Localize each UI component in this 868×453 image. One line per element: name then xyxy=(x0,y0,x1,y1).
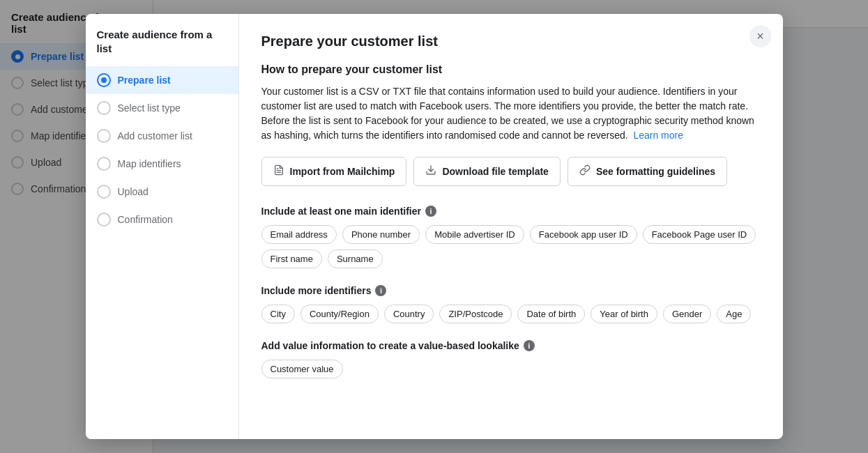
modal-step-label-add: Add customer list xyxy=(118,130,192,141)
modal-step-prepare[interactable]: Prepare list xyxy=(86,66,238,94)
tag-age: Age xyxy=(717,305,751,323)
modal-subtitle: How to prepare your customer list xyxy=(261,63,761,76)
learn-more-link[interactable]: Learn more xyxy=(633,130,683,141)
value-tags: Customer value xyxy=(261,360,761,378)
main-identifiers-info-icon[interactable]: i xyxy=(425,206,436,217)
import-mailchimp-icon xyxy=(273,164,284,178)
step-radio-map xyxy=(97,157,111,171)
modal-sidebar-title: Create audience from a list xyxy=(86,28,238,66)
tag-phone-number: Phone number xyxy=(342,225,420,244)
modal-step-label-upload: Upload xyxy=(118,186,149,197)
modal-step-label-map: Map identifiers xyxy=(118,158,181,169)
modal-step-label-confirmation: Confirmation xyxy=(118,214,173,225)
modal-description: Your customer list is a CSV or TXT file … xyxy=(261,84,761,143)
value-section-header: Add value information to create a value-… xyxy=(261,340,761,351)
tag-county-region: County/Region xyxy=(300,305,379,323)
modal-container: Create audience from a list Prepare list… xyxy=(86,14,783,439)
formatting-guidelines-label: See formatting guidelines xyxy=(596,166,715,177)
modal-step-label-select: Select list type xyxy=(118,102,181,114)
tag-surname: Surname xyxy=(328,249,383,268)
step-radio-prepare xyxy=(97,73,111,87)
main-identifiers-header: Include at least one main identifier i xyxy=(261,206,761,217)
main-identifier-tags: Email address Phone number Mobile advert… xyxy=(261,225,761,268)
tag-gender: Gender xyxy=(663,305,711,323)
modal-overlay: Create audience from a list Prepare list… xyxy=(0,0,868,453)
tag-mobile-advertiser-id: Mobile advertiser ID xyxy=(425,225,524,244)
modal-step-map[interactable]: Map identifiers xyxy=(86,150,238,178)
main-identifiers-label: Include at least one main identifier xyxy=(261,206,422,217)
more-identifiers-info-icon[interactable]: i xyxy=(375,285,386,296)
tag-customer-value: Customer value xyxy=(261,360,343,378)
tag-zip-postcode: ZIP/Postcode xyxy=(439,305,512,323)
tag-first-name: First name xyxy=(261,249,322,268)
step-radio-upload xyxy=(97,185,111,199)
download-template-label: Download file template xyxy=(442,166,548,177)
step-radio-confirmation xyxy=(97,213,111,227)
import-mailchimp-button[interactable]: Import from Mailchimp xyxy=(261,157,407,186)
value-section-label: Add value information to create a value-… xyxy=(261,340,519,351)
tag-email-address: Email address xyxy=(261,225,337,244)
formatting-guidelines-icon xyxy=(579,164,591,178)
action-buttons-container: Import from Mailchimp Download file temp… xyxy=(261,157,761,186)
more-identifiers-label: Include more identifiers xyxy=(261,285,372,296)
step-radio-select xyxy=(97,101,111,115)
download-template-button[interactable]: Download file template xyxy=(413,157,560,186)
modal-main-content: × Prepare your customer list How to prep… xyxy=(239,14,783,439)
formatting-guidelines-button[interactable]: See formatting guidelines xyxy=(568,157,727,186)
modal-sidebar: Create audience from a list Prepare list… xyxy=(86,14,239,439)
step-radio-add xyxy=(97,129,111,143)
modal-step-label-prepare: Prepare list xyxy=(118,75,171,86)
more-identifiers-header: Include more identifiers i xyxy=(261,285,761,296)
modal-title: Prepare your customer list xyxy=(261,33,761,49)
more-identifier-tags: City County/Region Country ZIP/Postcode … xyxy=(261,305,761,323)
tag-city: City xyxy=(261,305,295,323)
tag-year-of-birth: Year of birth xyxy=(591,305,657,323)
import-mailchimp-label: Import from Mailchimp xyxy=(290,166,395,177)
download-template-icon xyxy=(425,164,436,178)
tag-facebook-app-user-id: Facebook app user ID xyxy=(530,225,637,244)
value-section-info-icon[interactable]: i xyxy=(524,340,535,351)
tag-date-of-birth: Date of birth xyxy=(517,305,585,323)
modal-step-select[interactable]: Select list type xyxy=(86,94,238,122)
tag-facebook-page-user-id: Facebook Page user ID xyxy=(643,225,756,244)
modal-close-button[interactable]: × xyxy=(749,25,772,47)
modal-step-upload[interactable]: Upload xyxy=(86,178,238,206)
tag-country: Country xyxy=(384,305,434,323)
modal-step-confirmation[interactable]: Confirmation xyxy=(86,206,238,233)
modal-step-add[interactable]: Add customer list xyxy=(86,122,238,150)
